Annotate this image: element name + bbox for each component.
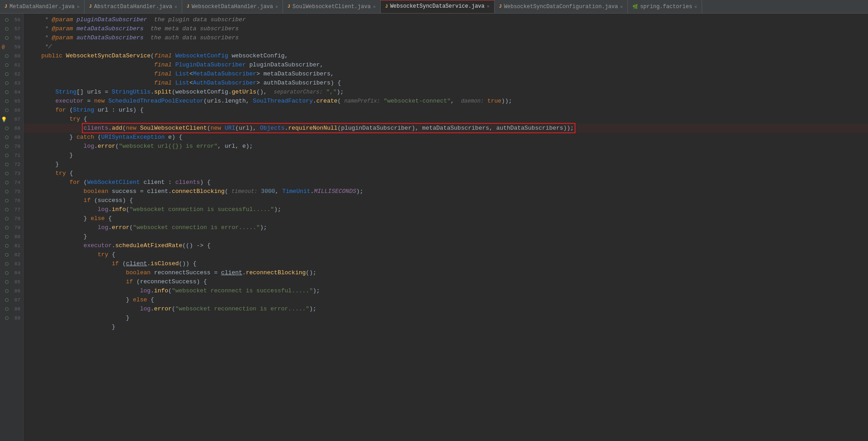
code-line-86: } else { <box>24 296 868 305</box>
code-line-74: boolean success = client.connectBlocking… <box>24 187 868 196</box>
code-line-68: } catch (URISyntaxException e) { <box>24 133 868 142</box>
breakpoint-dot[interactable] <box>5 280 9 284</box>
tab-websocket-data-handler[interactable]: J WebsocketDataHandler.java ✕ <box>182 0 283 14</box>
close-icon[interactable]: ✕ <box>175 4 177 9</box>
line-number: 60 <box>9 53 20 59</box>
breakpoint-dot[interactable] <box>5 18 9 22</box>
line-number: 56 <box>9 17 20 23</box>
breakpoint-dot[interactable] <box>5 208 9 211</box>
line-number: 61 <box>9 62 20 68</box>
code-line-85: log.info("websocket reconnect is success… <box>24 286 868 296</box>
gutter-row-81: 81 <box>0 241 23 250</box>
breakpoint-dot[interactable] <box>5 172 9 175</box>
breakpoint-dot[interactable] <box>5 316 9 320</box>
code-text: log.error("websocket url({}) is error", … <box>27 142 253 151</box>
close-icon[interactable]: ✕ <box>620 4 623 9</box>
close-icon[interactable]: ✕ <box>373 4 376 9</box>
line-number: 65 <box>9 99 20 104</box>
tab-spring-factories[interactable]: 🌿 spring.factories ✕ <box>628 0 702 14</box>
gutter-row-82: 82 <box>0 250 23 259</box>
code-line-66: try { <box>24 115 868 124</box>
code-text: executor.scheduleAtFixedRate(() -> { <box>27 241 211 250</box>
code-line-60: final PluginDataSubscriber pluginDataSub… <box>24 61 868 70</box>
tab-soul-websocket-client[interactable]: J SoulWebsocketClient.java ✕ <box>283 0 381 14</box>
tab-meta-data-handler[interactable]: J MetaDataHandler.java ✕ <box>0 0 85 14</box>
code-line-70: } <box>24 151 868 160</box>
breakpoint-dot[interactable] <box>5 36 9 40</box>
line-number: 57 <box>9 26 20 32</box>
code-line-73: for (WebSocketClient client : clients) { <box>24 178 868 187</box>
gutter-row-89: 89 <box>0 314 23 323</box>
breakpoint-dot[interactable] <box>5 235 9 239</box>
line-number: 84 <box>9 270 20 276</box>
code-text: } <box>27 160 59 169</box>
code-text: for (String url : urls) { <box>27 106 143 115</box>
code-line-58: * @param authDataSubscribers the auth da… <box>24 33 868 42</box>
code-text: try { <box>27 115 87 124</box>
breakpoint-dot[interactable] <box>5 154 9 157</box>
breakpoint-dot[interactable] <box>5 262 9 266</box>
close-icon[interactable]: ✕ <box>77 4 80 9</box>
line-number: 58 <box>9 35 20 41</box>
tab-websocket-sync-data-config[interactable]: J WebsocketSyncDataConfiguration.java ✕ <box>495 0 628 14</box>
code-line-76: log.info("websocket connection is succes… <box>24 205 868 214</box>
breakpoint-dot[interactable] <box>5 226 9 230</box>
breakpoint-dot[interactable] <box>5 127 9 130</box>
close-icon[interactable]: ✕ <box>275 4 278 9</box>
gutter-row-78: 78 <box>0 214 23 223</box>
code-text: boolean success = client.connectBlocking… <box>27 187 363 196</box>
java-icon: J <box>499 4 502 9</box>
breakpoint-dot[interactable] <box>5 63 9 67</box>
breakpoint-dot[interactable] <box>5 298 9 302</box>
breakpoint-dot[interactable] <box>5 99 9 103</box>
code-text: if (reconnectSuccess) { <box>27 277 207 286</box>
line-number: 85 <box>9 279 20 285</box>
breakpoint-dot[interactable] <box>5 181 9 184</box>
breakpoint-dot[interactable] <box>5 163 9 166</box>
breakpoint-dot[interactable] <box>5 81 9 85</box>
lightbulb-icon[interactable]: 💡 <box>1 117 7 122</box>
line-number: 70 <box>9 144 20 149</box>
line-number: 81 <box>9 243 20 249</box>
java-icon: J <box>385 4 388 9</box>
code-text: } catch (URISyntaxException e) { <box>27 133 182 142</box>
breakpoint-dot[interactable] <box>5 72 9 76</box>
gutter-row-66: 66 <box>0 106 23 115</box>
code-line-80: executor.scheduleAtFixedRate(() -> { <box>24 241 868 250</box>
breakpoint-dot[interactable] <box>5 244 9 248</box>
code-line-75: if (success) { <box>24 196 868 205</box>
breakpoint-dot[interactable] <box>5 289 9 293</box>
breakpoint-dot[interactable] <box>5 90 9 94</box>
breakpoint-dot[interactable] <box>5 199 9 202</box>
code-area[interactable]: * @param pluginDataSubscriber the plugin… <box>24 14 868 441</box>
breakpoint-dot[interactable] <box>5 27 9 31</box>
code-line-62: final List<AuthDataSubscriber> authDataS… <box>24 79 868 88</box>
code-text: final List<MetaDataSubscriber> metaDataS… <box>27 70 334 79</box>
breakpoint-dot[interactable] <box>5 136 9 139</box>
gutter-row-65: 65 <box>0 97 23 106</box>
java-icon: J <box>5 4 7 9</box>
gutter-row-64: 64 <box>0 88 23 97</box>
code-line-57: * @param metaDataSubscribers the meta da… <box>24 24 868 33</box>
close-icon[interactable]: ✕ <box>694 4 697 9</box>
tab-label: WebsocketSyncDataService.java <box>390 3 485 9</box>
breakpoint-dot[interactable] <box>5 190 9 193</box>
gutter-row-62: 62 <box>0 70 23 79</box>
breakpoint-dot[interactable] <box>5 54 9 58</box>
close-icon[interactable]: ✕ <box>487 4 490 9</box>
gutter-row-73: 73 <box>0 169 23 178</box>
code-line-59b: public WebsocketSyncDataService(final We… <box>24 52 868 61</box>
breakpoint-dot[interactable] <box>5 217 9 220</box>
tab-websocket-sync-data-service[interactable]: J WebsocketSyncDataService.java ✕ <box>381 0 495 14</box>
breakpoint-dot[interactable] <box>5 108 9 112</box>
breakpoint-dot[interactable] <box>5 307 9 311</box>
line-number: 86 <box>9 288 20 294</box>
comment-text: * @param authDataSubscribers the auth da… <box>27 33 239 42</box>
breakpoint-dot[interactable] <box>5 145 9 148</box>
gutter-row-63: 63 <box>0 79 23 88</box>
breakpoint-dot[interactable] <box>5 253 9 257</box>
tab-abstract-data-handler[interactable]: J AbstractDataHandler.java ✕ <box>85 0 182 14</box>
line-number: 78 <box>9 216 20 221</box>
code-text: log.info("websocket reconnect is success… <box>27 286 320 296</box>
breakpoint-dot[interactable] <box>5 271 9 275</box>
